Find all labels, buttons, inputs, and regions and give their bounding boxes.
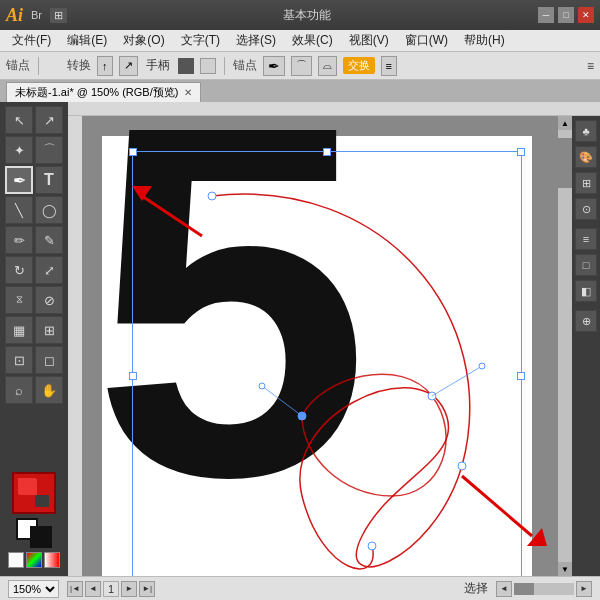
anchor-tool-2[interactable]: ⌒ <box>291 56 312 76</box>
stroke-swatch[interactable] <box>30 526 52 548</box>
blend-tool[interactable]: ⧖ <box>5 286 33 314</box>
maximize-button[interactable]: □ <box>558 7 574 23</box>
tool-row-4: ╲ ◯ <box>5 196 63 224</box>
horizontal-ruler <box>68 102 600 116</box>
menu-select[interactable]: 选择(S) <box>228 30 284 51</box>
tab-bar: 未标题-1.ai* @ 150% (RGB/预览) ✕ <box>0 80 600 102</box>
page-number: 1 <box>103 581 119 597</box>
pencil-tool[interactable]: ✎ <box>35 226 63 254</box>
color-area <box>8 472 60 572</box>
menu-object[interactable]: 对象(O) <box>115 30 172 51</box>
zoom-control: 150% 100% 200% <box>8 580 59 598</box>
scroll-down-btn[interactable]: ▼ <box>558 562 572 576</box>
anchor-tool-1[interactable]: ✒ <box>263 56 285 76</box>
vertical-ruler <box>68 116 82 576</box>
exchange-label[interactable]: 交换 <box>343 57 375 74</box>
tab-close-btn[interactable]: ✕ <box>184 87 192 98</box>
svg-rect-2 <box>68 116 82 576</box>
tool-row-8: ▦ ⊞ <box>5 316 63 344</box>
last-page-btn[interactable]: ►| <box>139 581 155 597</box>
text-tool[interactable]: T <box>35 166 63 194</box>
hand-tool[interactable]: ✋ <box>35 376 63 404</box>
scale-tool[interactable]: ⤢ <box>35 256 63 284</box>
panel-btn-7[interactable]: ◧ <box>575 280 597 302</box>
h-scroll-right[interactable]: ► <box>576 581 592 597</box>
fill-none-btn[interactable] <box>8 552 24 568</box>
anchor-tool-3[interactable]: ⌓ <box>318 56 337 76</box>
panel-btn-8[interactable]: ⊕ <box>575 310 597 332</box>
shape-tool[interactable]: ◯ <box>35 196 63 224</box>
canvas-and-scrollbars: 5 <box>68 116 600 576</box>
menu-text[interactable]: 文字(T) <box>173 30 228 51</box>
active-tab[interactable]: 未标题-1.ai* @ 150% (RGB/预览) ✕ <box>6 82 201 102</box>
zoom-tool[interactable]: ⌕ <box>5 376 33 404</box>
v-scrollbar: ▲ ▼ <box>558 116 572 576</box>
panel-btn-3[interactable]: ⊞ <box>575 172 597 194</box>
panel-btn-4[interactable]: ⊙ <box>575 198 597 220</box>
menu-edit[interactable]: 编辑(E) <box>59 30 115 51</box>
slice-tool[interactable]: ⊡ <box>5 346 33 374</box>
gradient-swatch-btn[interactable] <box>44 552 60 568</box>
app-title: 基本功能 <box>75 7 538 24</box>
line-tool[interactable]: ╲ <box>5 196 33 224</box>
tool-row-10: ⌕ ✋ <box>5 376 63 404</box>
transform-btn-4[interactable] <box>200 58 216 74</box>
next-page-btn[interactable]: ► <box>121 581 137 597</box>
minimize-button[interactable]: ─ <box>538 7 554 23</box>
svg-rect-0 <box>68 102 600 116</box>
transform-btn-3[interactable] <box>178 58 194 74</box>
direct-select-tool[interactable]: ↗ <box>35 106 63 134</box>
status-bar: 150% 100% 200% |◄ ◄ 1 ► ►| 选择 ◄ ► <box>0 576 600 600</box>
h-scroll-thumb[interactable] <box>514 583 534 595</box>
gradient-tool[interactable]: ▦ <box>5 316 33 344</box>
mesh-tool[interactable]: ⊞ <box>35 316 63 344</box>
color-wheel-btn[interactable] <box>26 552 42 568</box>
canvas-paper <box>102 136 532 576</box>
magic-wand-tool[interactable]: ✦ <box>5 136 33 164</box>
left-toolbar: ↖ ↗ ✦ ⌒ ✒ T ╲ ◯ ✏ ✎ ↻ ⤢ ⧖ ⊘ ▦ ⊞ <box>0 102 68 576</box>
panel-btn-1[interactable]: ♣ <box>575 120 597 142</box>
menu-effect[interactable]: 效果(C) <box>284 30 341 51</box>
scroll-thumb[interactable] <box>558 138 572 188</box>
panel-btn-5[interactable]: ≡ <box>575 228 597 250</box>
zoom-select[interactable]: 150% 100% 200% <box>8 580 59 598</box>
lasso-tool[interactable]: ⌒ <box>35 136 63 164</box>
right-panel: ♣ 🎨 ⊞ ⊙ ≡ □ ◧ ⊕ <box>572 116 600 576</box>
menu-file[interactable]: 文件(F) <box>4 30 59 51</box>
hand-label: 手柄 <box>146 57 170 74</box>
tool-row-3: ✒ T <box>5 166 63 194</box>
canvas-area[interactable]: 5 <box>82 116 572 576</box>
rotate-tool[interactable]: ↻ <box>5 256 33 284</box>
main-area: ↖ ↗ ✦ ⌒ ✒ T ╲ ◯ ✏ ✎ ↻ ⤢ ⧖ ⊘ ▦ ⊞ <box>0 102 600 576</box>
menu-help[interactable]: 帮助(H) <box>456 30 513 51</box>
toolbar-right-btn[interactable]: ≡ <box>587 59 594 73</box>
scroll-up-btn[interactable]: ▲ <box>558 116 572 130</box>
tool-row-6: ↻ ⤢ <box>5 256 63 284</box>
panel-btn-2[interactable]: 🎨 <box>575 146 597 168</box>
status-select-label: 选择 <box>464 580 488 597</box>
menu-window[interactable]: 窗口(W) <box>397 30 456 51</box>
app-logo: Ai <box>6 5 23 26</box>
tool-row-5: ✏ ✎ <box>5 226 63 254</box>
close-button[interactable]: ✕ <box>578 7 594 23</box>
canvas-wrapper: 5 <box>68 102 600 576</box>
color-mode-row <box>8 552 60 568</box>
toolbar-separator-2 <box>224 57 225 75</box>
toolbar-extra[interactable]: ≡ <box>381 56 397 76</box>
options-toolbar: 锚点 转换 ↑ ↗ 手柄 锚点 ✒ ⌒ ⌓ 交换 ≡ ≡ <box>0 52 600 80</box>
select-tool[interactable]: ↖ <box>5 106 33 134</box>
prev-page-btn[interactable]: ◄ <box>85 581 101 597</box>
eraser-tool[interactable]: ◻ <box>35 346 63 374</box>
panel-btn-6[interactable]: □ <box>575 254 597 276</box>
transform-btn-2[interactable]: ↗ <box>119 56 138 76</box>
first-page-btn[interactable]: |◄ <box>67 581 83 597</box>
h-scrollbar-track[interactable] <box>514 583 574 595</box>
anchor-label-2: 锚点 <box>233 57 257 74</box>
menu-view[interactable]: 视图(V) <box>341 30 397 51</box>
pen-tool[interactable]: ✒ <box>5 166 33 194</box>
paintbrush-tool[interactable]: ✏ <box>5 226 33 254</box>
h-scroll-left[interactable]: ◄ <box>496 581 512 597</box>
eyedropper-tool[interactable]: ⊘ <box>35 286 63 314</box>
transform-btn-1[interactable]: ↑ <box>97 56 113 76</box>
stroke-color-swatch[interactable] <box>12 472 56 514</box>
